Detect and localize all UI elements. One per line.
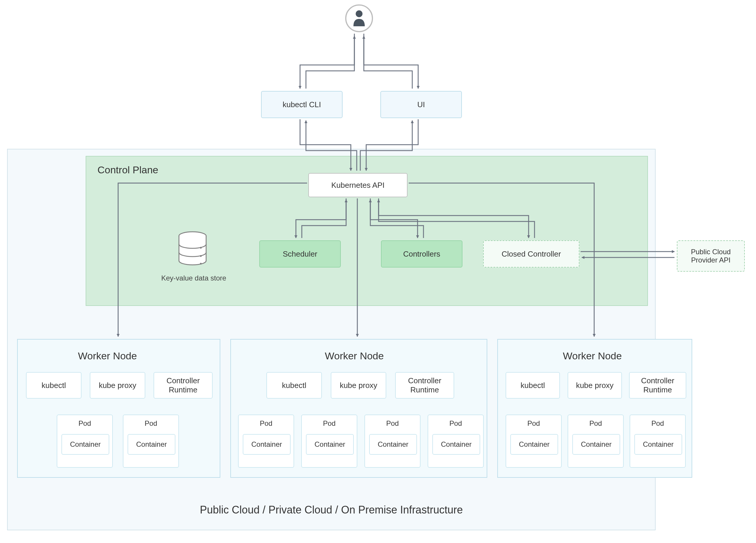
w2-pod-3-container: Container — [369, 434, 417, 455]
w1-runtime-label: Controller Runtime — [154, 376, 212, 394]
kubectl-cli-box: kubectl CLI — [261, 91, 343, 118]
w2-pod-2-label: Pod — [302, 419, 357, 428]
w1-kubeproxy: kube proxy — [90, 372, 145, 399]
ui-box: UI — [380, 91, 462, 118]
w3-pod-2-container: Container — [572, 434, 620, 455]
footer-label: Public Cloud / Private Cloud / On Premis… — [7, 504, 656, 516]
w2-pod-2-container: Container — [306, 434, 354, 455]
kubernetes-api-label: Kubernetes API — [331, 181, 385, 190]
w3-pod-3-container: Container — [634, 434, 682, 455]
svg-point-4 — [200, 255, 202, 257]
control-plane-title: Control Plane — [97, 164, 158, 176]
w1-runtime: Controller Runtime — [154, 372, 213, 399]
closed-controller-box: Closed Controller — [483, 240, 579, 268]
w3-pod-2: Pod Container — [568, 415, 624, 468]
w3-pod-1: Pod Container — [506, 415, 562, 468]
w3-kubectl-label: kubectl — [521, 381, 545, 390]
w2-pod-4-label: Pod — [428, 419, 483, 428]
w2-pod-2: Pod Container — [301, 415, 357, 468]
w3-kubectl: kubectl — [506, 372, 560, 399]
w3-kubeproxy: kube proxy — [568, 372, 622, 399]
worker-node-3-title: Worker Node — [563, 350, 622, 362]
kubernetes-api-box: Kubernetes API — [308, 173, 408, 197]
w2-kubeproxy: kube proxy — [331, 372, 386, 399]
datastore-label: Key-value data store — [155, 274, 232, 282]
w2-kubectl-label: kubectl — [282, 381, 306, 390]
scheduler-box: Scheduler — [259, 240, 341, 268]
w3-pod-2-label: Pod — [568, 419, 623, 428]
w2-pod-3-label: Pod — [365, 419, 420, 428]
kubectl-cli-label: kubectl CLI — [283, 100, 321, 109]
w1-pod-1-container: Container — [61, 434, 109, 455]
w3-kubeproxy-label: kube proxy — [576, 381, 613, 390]
svg-point-3 — [200, 247, 202, 249]
provider-api-box: Public Cloud Provider API — [677, 240, 745, 272]
w2-pod-4-container: Container — [432, 434, 480, 455]
w2-kubeproxy-label: kube proxy — [340, 381, 377, 390]
w1-kubeproxy-label: kube proxy — [99, 381, 136, 390]
svg-point-1 — [356, 10, 362, 17]
w2-pod-1-label: Pod — [239, 419, 294, 428]
controllers-label: Controllers — [403, 250, 440, 259]
w1-pod-1-label: Pod — [57, 419, 112, 428]
worker-node-1-title: Worker Node — [78, 350, 137, 362]
w2-pod-1: Pod Container — [238, 415, 294, 468]
controllers-box: Controllers — [381, 240, 462, 268]
w3-pod-1-label: Pod — [506, 419, 561, 428]
w2-pod-4: Pod Container — [428, 415, 484, 468]
user-icon — [345, 4, 373, 32]
worker-node-2-title: Worker Node — [325, 350, 384, 362]
svg-point-0 — [346, 5, 372, 32]
scheduler-label: Scheduler — [283, 250, 317, 259]
w1-pod-1: Pod Container — [57, 415, 113, 468]
w3-pod-3: Pod Container — [630, 415, 686, 468]
w3-pod-1-container: Container — [510, 434, 558, 455]
w3-pod-3-label: Pod — [630, 419, 685, 428]
w1-kubectl: kubectl — [26, 372, 82, 399]
w1-pod-2-container: Container — [128, 434, 175, 455]
datastore-icon — [178, 231, 207, 267]
w1-pod-2-label: Pod — [123, 419, 178, 428]
w1-pod-2: Pod Container — [123, 415, 179, 468]
ui-label: UI — [417, 100, 425, 109]
w3-runtime: Controller Runtime — [629, 372, 686, 399]
w1-kubectl-label: kubectl — [42, 381, 66, 390]
w2-pod-1-container: Container — [243, 434, 291, 455]
w2-runtime-label: Controller Runtime — [396, 376, 454, 394]
w3-runtime-label: Controller Runtime — [630, 376, 686, 394]
w2-runtime: Controller Runtime — [395, 372, 454, 399]
w2-pod-3: Pod Container — [364, 415, 421, 468]
svg-point-5 — [200, 263, 202, 265]
provider-api-label: Public Cloud Provider API — [691, 248, 731, 264]
closed-controller-label: Closed Controller — [502, 250, 561, 259]
w2-kubectl: kubectl — [266, 372, 322, 399]
